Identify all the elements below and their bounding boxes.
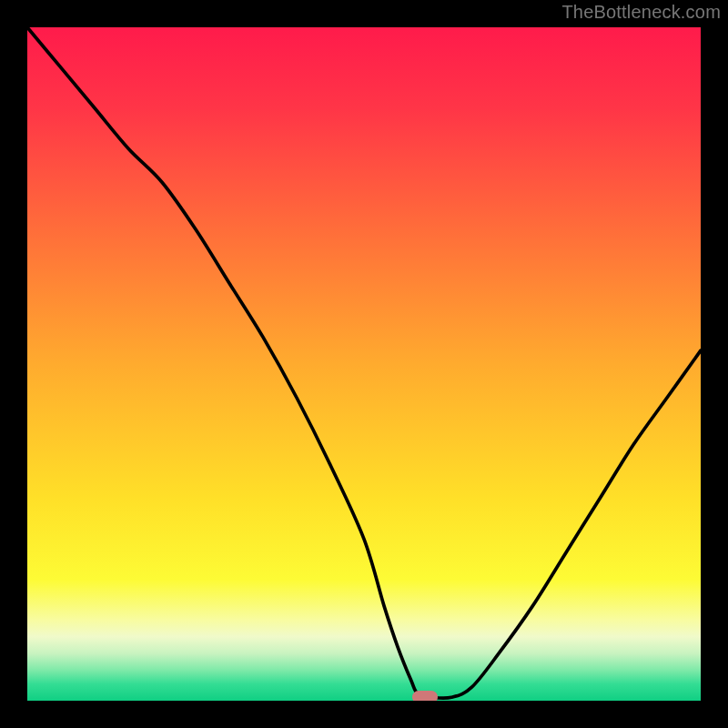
watermark-label: TheBottleneck.com [561,2,721,23]
chart-frame: TheBottleneck.com [0,0,728,728]
bottleneck-curve [27,27,701,701]
optimal-marker [412,691,438,701]
plot-area [27,27,701,701]
